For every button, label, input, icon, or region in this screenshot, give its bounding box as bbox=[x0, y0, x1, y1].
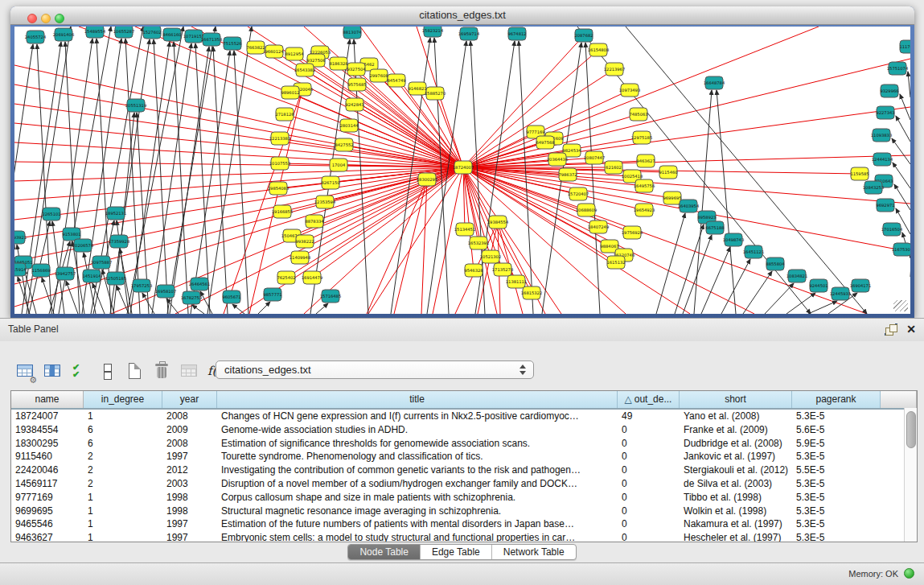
table-cell[interactable]: 14569117 bbox=[11, 477, 84, 491]
table-cell[interactable]: 1 bbox=[84, 410, 162, 423]
table-cell[interactable]: 5.9E-5 bbox=[792, 437, 881, 451]
graph-node[interactable]: 20551319 bbox=[125, 99, 146, 112]
table-cell[interactable]: de Silva et al. (2003) bbox=[680, 477, 792, 491]
graph-node[interactable]: 9692971 bbox=[876, 199, 894, 212]
graph-node[interactable]: 24055724 bbox=[25, 31, 47, 43]
graph-node[interactable]: 10107553 bbox=[269, 157, 290, 170]
table-cell[interactable]: Yano et al. (2008) bbox=[680, 410, 792, 423]
table-cell[interactable]: 9115460 bbox=[11, 450, 84, 463]
graph-node[interactable]: 7515526 bbox=[223, 37, 241, 50]
graph-node[interactable]: 9244501 bbox=[809, 279, 827, 292]
graph-node[interactable]: 15823214 bbox=[422, 27, 444, 37]
graph-node[interactable]: 8855804 bbox=[766, 257, 785, 270]
graph-node[interactable]: 10688609 bbox=[576, 204, 597, 216]
table-cell[interactable]: 22420046 bbox=[11, 463, 84, 477]
table-cell[interactable]: 2008 bbox=[162, 437, 217, 451]
scrollbar-thumb[interactable] bbox=[906, 411, 916, 448]
table-cell[interactable]: 5.3E-5 bbox=[792, 531, 881, 542]
graph-node[interactable]: 16815322 bbox=[521, 286, 542, 299]
header-cell-in_degree[interactable]: in_degree bbox=[84, 391, 162, 408]
graph-node[interactable]: 9857771 bbox=[263, 288, 281, 301]
table-row[interactable]: 1830029562008Estimation of significance … bbox=[11, 437, 905, 451]
graph-node[interactable]: 9938222 bbox=[295, 235, 314, 248]
graph-node[interactable]: 16451121 bbox=[743, 245, 764, 258]
show-column-icon[interactable] bbox=[42, 360, 64, 383]
table-cell[interactable]: 1998 bbox=[162, 505, 217, 518]
graph-node[interactable]: 9896012 bbox=[281, 86, 299, 99]
graph-node[interactable]: 19756928 bbox=[622, 226, 643, 239]
graph-node[interactable]: 9227343 bbox=[876, 106, 894, 119]
table-row[interactable]: 1456911722003Disruption of a novel membe… bbox=[11, 477, 905, 491]
graph-node[interactable]: 9463627 bbox=[636, 154, 655, 167]
table-cell[interactable]: 0 bbox=[618, 437, 680, 451]
table-cell[interactable]: 2 bbox=[84, 463, 162, 477]
graph-node[interactable]: 18407249 bbox=[588, 220, 609, 233]
table-row[interactable]: 911546021997Tourette syndrome. Phenomeno… bbox=[11, 450, 905, 463]
close-panel-icon[interactable]: ✕ bbox=[906, 323, 916, 336]
graph-node[interactable]: 3915914 bbox=[14, 263, 27, 276]
table-row[interactable]: 2242004622012Investigating the contribut… bbox=[11, 463, 905, 477]
graph-node[interactable]: 16543382 bbox=[294, 64, 315, 76]
table-cell[interactable]: Estimation of significance thresholds fo… bbox=[217, 437, 618, 451]
graph-node[interactable]: 8186328 bbox=[329, 57, 347, 70]
graph-node[interactable]: 17957253 bbox=[131, 279, 152, 292]
table-cell[interactable]: 5.3E-5 bbox=[792, 517, 881, 531]
graph-node[interactable]: 10834821 bbox=[786, 270, 807, 282]
graph-node[interactable]: 16904171 bbox=[850, 279, 871, 292]
table-cell[interactable]: 2 bbox=[84, 450, 162, 463]
import-table-icon[interactable] bbox=[179, 360, 201, 383]
graph-node[interactable]: 15720407 bbox=[568, 187, 589, 200]
graph-node[interactable]: 16782753 bbox=[181, 291, 202, 304]
graph-node[interactable]: 10521302 bbox=[480, 250, 501, 263]
graph-node[interactable]: 16154808 bbox=[588, 43, 609, 56]
table-cell[interactable]: Tibbo et al. (1998) bbox=[680, 491, 792, 505]
graph-node[interactable]: 20206576 bbox=[72, 239, 93, 252]
table-cell[interactable]: 1 bbox=[84, 491, 162, 505]
table-row[interactable]: 977716911998Corpus callosum shape and si… bbox=[11, 491, 905, 505]
tab-edge-table[interactable]: Edge Table bbox=[420, 545, 491, 559]
window-titlebar[interactable]: citations_edges.txt bbox=[10, 6, 914, 25]
table-select-combo[interactable]: citations_edges.txt bbox=[216, 360, 534, 379]
graph-node[interactable]: 16958107 bbox=[155, 285, 176, 298]
vertical-scrollbar[interactable] bbox=[904, 408, 917, 542]
table-options-icon[interactable]: ⚙ bbox=[14, 360, 37, 383]
graph-node[interactable]: 1156869 bbox=[31, 264, 50, 277]
graph-node[interactable]: 16403954 bbox=[678, 200, 700, 212]
graph-node[interactable]: 12353594 bbox=[314, 196, 336, 208]
header-cell-short[interactable]: short bbox=[680, 391, 792, 408]
table-cell[interactable]: Jankovic et al. (1997) bbox=[680, 450, 792, 463]
select-all-columns-icon[interactable]: ✔✔ bbox=[69, 360, 92, 383]
table-cell[interactable]: Changes of HCN gene expression and I(f) … bbox=[217, 410, 618, 423]
graph-node[interactable]: 12444134 bbox=[872, 153, 893, 166]
table-cell[interactable]: 1 bbox=[84, 505, 162, 518]
table-cell[interactable]: Wolkin et al. (1998) bbox=[680, 505, 792, 518]
table-cell[interactable]: 5.3E-5 bbox=[792, 505, 881, 518]
graph-node[interactable]: 7986372 bbox=[558, 168, 577, 181]
table-cell[interactable]: 2 bbox=[84, 477, 162, 491]
graph-node[interactable]: 9660124 bbox=[265, 45, 284, 58]
table-cell[interactable]: 6 bbox=[84, 437, 162, 451]
graph-node[interactable]: 16671358 bbox=[201, 33, 222, 46]
graph-node[interactable]: 19854083 bbox=[268, 182, 289, 195]
graph-node[interactable]: 16914479 bbox=[302, 271, 322, 284]
graph-node[interactable]: 18724007 bbox=[453, 161, 474, 174]
graph-node[interactable]: 6497568 bbox=[536, 136, 554, 149]
graph-node[interactable]: 17135278 bbox=[492, 263, 513, 276]
graph-node[interactable]: 1117033 bbox=[899, 40, 910, 53]
graph-node[interactable]: 10807447 bbox=[584, 151, 605, 164]
table-cell[interactable]: 2003 bbox=[162, 477, 217, 491]
table-cell[interactable]: 5.3E-5 bbox=[792, 491, 881, 505]
graph-node[interactable]: 1527602 bbox=[142, 27, 161, 39]
graph-node[interactable]: 9546328 bbox=[464, 264, 483, 277]
graph-node[interactable]: 16495756 bbox=[634, 179, 655, 192]
graph-node[interactable]: 8267150 bbox=[321, 176, 339, 189]
table-cell[interactable]: 19384554 bbox=[11, 423, 84, 437]
header-cell-year[interactable]: year bbox=[162, 391, 217, 408]
graph-node[interactable]: 16648784 bbox=[704, 76, 725, 89]
table-cell[interactable]: 9699695 bbox=[11, 505, 84, 518]
graph-node[interactable]: 9115460 bbox=[659, 166, 677, 179]
table-cell[interactable]: 18300295 bbox=[11, 437, 84, 451]
table-cell[interactable]: 1997 bbox=[162, 517, 217, 531]
graph-node[interactable]: 12213383 bbox=[269, 132, 290, 145]
graph-node[interactable]: 9605671 bbox=[222, 290, 240, 303]
